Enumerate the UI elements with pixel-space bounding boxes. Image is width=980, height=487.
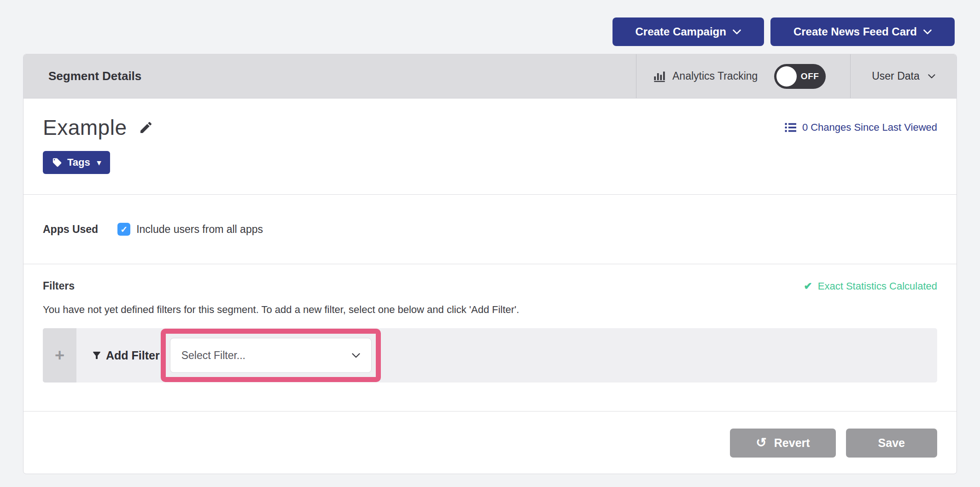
chevron-down-icon — [733, 29, 741, 35]
include-all-apps-label: Include users from all apps — [136, 223, 263, 236]
exact-statistics-status: ✔ Exact Statistics Calculated — [804, 280, 937, 292]
tags-button-label: Tags — [67, 157, 90, 168]
segment-name: Example — [43, 115, 127, 140]
user-data-dropdown[interactable]: User Data — [850, 54, 957, 98]
changes-since-last-viewed-link[interactable]: 0 Changes Since Last Viewed — [785, 122, 937, 133]
add-filter-plus-button[interactable]: + — [43, 328, 76, 383]
funnel-icon — [91, 350, 102, 361]
chevron-down-icon — [352, 353, 360, 358]
panel-header: Segment Details Analytics Tracking OFF U… — [23, 54, 957, 99]
list-icon — [785, 122, 797, 133]
filters-section: Filters ✔ Exact Statistics Calculated Yo… — [23, 264, 957, 412]
analytics-tracking-section: Analytics Tracking OFF — [636, 54, 850, 98]
filter-select-placeholder: Select Filter... — [181, 349, 245, 362]
segment-details-panel: Segment Details Analytics Tracking OFF U… — [23, 54, 957, 474]
plus-icon: + — [55, 347, 64, 364]
add-filter-row: + Add Filter Select Filter... — [43, 328, 937, 383]
toggle-state-label: OFF — [801, 71, 826, 81]
filters-heading: Filters — [43, 280, 75, 292]
revert-button[interactable]: ↺ Revert — [730, 429, 835, 458]
top-action-bar: Create Campaign Create News Feed Card — [612, 17, 955, 46]
filters-empty-text: You have not yet defined filters for thi… — [43, 304, 937, 316]
analytics-tracking-label: Analytics Tracking — [672, 70, 758, 82]
bar-chart-icon — [653, 70, 666, 83]
exact-statistics-label: Exact Statistics Calculated — [818, 280, 937, 292]
create-campaign-label: Create Campaign — [636, 25, 726, 38]
highlight-annotation: Select Filter... — [161, 329, 381, 382]
title-section: Example 0 Changes Since — [23, 99, 957, 195]
user-data-label: User Data — [872, 70, 920, 82]
add-filter-label: Add Filter — [106, 349, 160, 362]
check-icon: ✔ — [804, 280, 812, 292]
add-filter-label-group: Add Filter — [91, 349, 160, 362]
panel-footer: ↺ Revert Save — [23, 412, 957, 474]
apps-used-section: Apps Used ✓ Include users from all apps — [23, 195, 957, 264]
save-button-label: Save — [878, 436, 905, 450]
include-all-apps-checkbox-group[interactable]: ✓ Include users from all apps — [117, 223, 263, 236]
changes-link-label: 0 Changes Since Last Viewed — [802, 122, 937, 133]
tag-icon — [52, 157, 62, 168]
chevron-down-icon — [923, 29, 932, 35]
create-news-feed-card-button[interactable]: Create News Feed Card — [770, 17, 955, 46]
revert-icon: ↺ — [756, 436, 766, 449]
revert-button-label: Revert — [774, 436, 810, 450]
filter-select[interactable]: Select Filter... — [170, 338, 372, 373]
create-campaign-button[interactable]: Create Campaign — [612, 17, 764, 46]
edit-pencil-icon[interactable] — [139, 120, 153, 135]
caret-down-icon: ▾ — [95, 159, 101, 167]
checkbox-check-icon: ✓ — [120, 224, 128, 235]
tags-button[interactable]: Tags ▾ — [43, 151, 110, 174]
save-button[interactable]: Save — [846, 429, 937, 458]
apps-used-label: Apps Used — [43, 223, 98, 236]
toggle-knob — [776, 66, 797, 87]
panel-title: Segment Details — [23, 54, 636, 98]
include-all-apps-checkbox[interactable]: ✓ — [117, 223, 130, 236]
analytics-tracking-toggle[interactable]: OFF — [774, 64, 826, 89]
chevron-down-icon — [928, 74, 935, 79]
create-news-feed-card-label: Create News Feed Card — [793, 25, 917, 38]
